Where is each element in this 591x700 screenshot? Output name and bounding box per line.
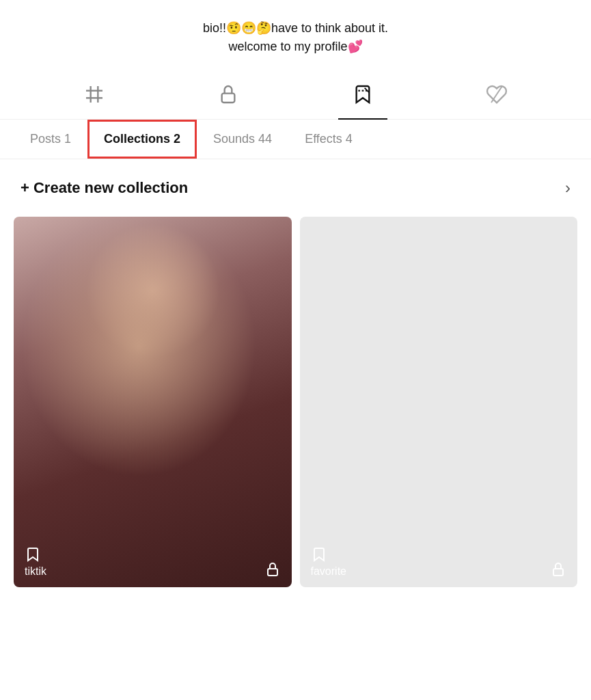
bio-section: bio!!🤨😁🤔have to think about it. welcome …: [0, 0, 591, 70]
collection-card-favorite[interactable]: favorite: [300, 217, 578, 587]
collection-name-tiktik: tiktik: [25, 565, 46, 578]
collection-thumbnail-favorite: [300, 217, 578, 587]
sub-tab-effects[interactable]: Effects 4: [288, 120, 369, 159]
bio-line1: bio!!🤨😁🤔have to think about it.: [27, 19, 564, 38]
lock-card-icon-favorite: [550, 561, 566, 578]
chevron-right-icon: ›: [565, 178, 571, 198]
collection-name-favorite: favorite: [311, 565, 346, 578]
grid-icon: [83, 83, 105, 105]
bookmark-tab-icon: [352, 83, 374, 105]
sub-tab-collections[interactable]: Collections 2: [87, 120, 197, 159]
lock-tab-icon: [217, 83, 239, 105]
tab-icons-row: [0, 70, 591, 120]
collection-overlay-favorite: favorite: [300, 537, 578, 587]
create-collection-label: + Create new collection: [20, 179, 188, 197]
collection-overlay-tiktik: tiktik: [14, 537, 292, 587]
bio-line2: welcome to my profile💕: [27, 38, 564, 56]
bookmark-card-icon-tiktik: [25, 546, 41, 563]
svg-rect-9: [553, 569, 563, 576]
sub-tab-sounds[interactable]: Sounds 44: [197, 120, 288, 159]
tab-icon-collections[interactable]: [338, 78, 387, 111]
tab-icon-liked[interactable]: [472, 78, 521, 111]
tab-icon-private[interactable]: [204, 78, 253, 111]
svg-rect-4: [222, 94, 235, 103]
sub-tab-posts[interactable]: Posts 1: [14, 120, 87, 159]
svg-rect-8: [268, 569, 277, 576]
bookmark-card-icon-favorite: [311, 546, 327, 563]
collection-thumbnail-tiktik: [14, 217, 292, 587]
lock-card-icon-tiktik: [264, 561, 281, 578]
collection-info-favorite: favorite: [311, 546, 346, 578]
collection-info-tiktik: tiktik: [25, 546, 46, 578]
collections-grid: tiktik favorite: [0, 217, 591, 608]
create-collection-button[interactable]: + Create new collection ›: [0, 159, 591, 217]
collection-card-tiktik[interactable]: tiktik: [14, 217, 292, 587]
liked-tab-icon: [486, 83, 508, 105]
tab-icon-grid[interactable]: [70, 78, 119, 111]
sub-tabs-row: Posts 1 Collections 2 Sounds 44 Effects …: [0, 120, 591, 159]
